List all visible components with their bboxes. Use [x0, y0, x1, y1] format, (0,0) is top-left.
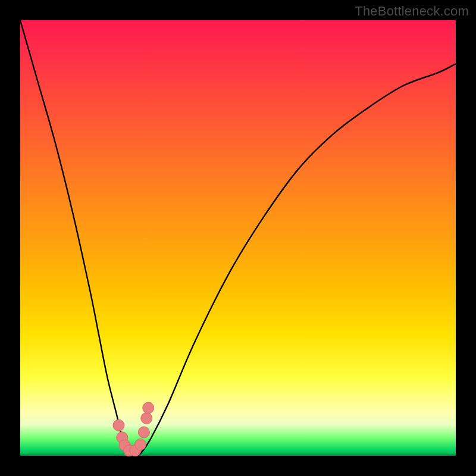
marker-dot: [135, 439, 146, 450]
marker-dot: [141, 413, 152, 424]
marker-dot: [143, 402, 154, 414]
curve-svg: [20, 20, 456, 456]
marker-dot: [113, 419, 124, 431]
watermark-text: TheBottleneck.com: [355, 4, 469, 19]
highlight-markers: [113, 402, 154, 456]
bottleneck-curve: [20, 20, 456, 456]
plot-area: [20, 20, 456, 456]
marker-dot: [138, 427, 149, 438]
outer-frame: TheBottleneck.com: [0, 0, 476, 476]
